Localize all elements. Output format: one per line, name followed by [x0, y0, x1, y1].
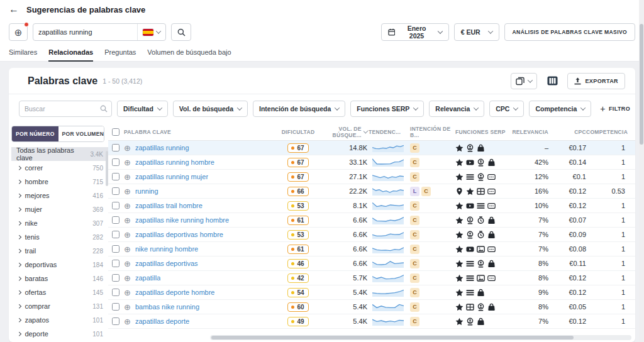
- keyword-link[interactable]: zapatillas deporte: [135, 317, 189, 325]
- keyword-search-input[interactable]: [33, 28, 137, 36]
- add-keyword-icon[interactable]: ⊕: [124, 231, 131, 239]
- keyword-link[interactable]: zapatillas running: [135, 144, 189, 152]
- view-mode-button[interactable]: [511, 73, 537, 89]
- window-scrollbar[interactable]: [639, 0, 644, 342]
- date-selector[interactable]: Enero 2025: [381, 23, 449, 41]
- bulk-analysis-button[interactable]: ANÁLISIS DE PALABRAS CLAVE MASIVO: [504, 23, 635, 41]
- add-keyword-icon[interactable]: ⊕: [124, 216, 131, 224]
- row-checkbox[interactable]: [112, 231, 119, 238]
- toggle-by-number[interactable]: POR NÚMERO: [12, 126, 58, 141]
- sidebar-item-baratas[interactable]: baratas146: [11, 272, 108, 285]
- search-icon: [177, 28, 186, 36]
- tab-volumen-de-b-squeda-bajo[interactable]: Volumen de búsqueda bajo: [147, 45, 231, 61]
- serp-features-cell: [454, 303, 512, 311]
- tab-relacionadas[interactable]: Relacionadas: [48, 45, 93, 62]
- row-checkbox[interactable]: [112, 274, 119, 282]
- add-keyword-icon[interactable]: ⊕: [124, 303, 131, 311]
- filter-chip-competencia[interactable]: Competencia: [529, 101, 591, 117]
- filter-chip-vol-de-b-squeda[interactable]: Vol. de búsqueda: [173, 101, 248, 117]
- video-icon: [466, 158, 474, 167]
- trend-sparkline: [372, 142, 404, 153]
- group-label: zapatos: [25, 316, 50, 324]
- keyword-link[interactable]: zapatillas trail hombre: [135, 202, 203, 209]
- filter-chip-funciones-serp[interactable]: Funciones SERP: [350, 101, 424, 117]
- row-checkbox[interactable]: [112, 289, 119, 296]
- keyword-link[interactable]: zapatillas deportivas: [135, 260, 198, 267]
- keyword-link[interactable]: zapatillas nike running hombre: [135, 216, 229, 224]
- sidebar-item-nike[interactable]: nike307: [11, 216, 108, 230]
- keyword-link[interactable]: zapatillas running mujer: [135, 173, 208, 180]
- add-keyword-icon[interactable]: ⊕: [124, 289, 131, 297]
- window-scrollbar-thumb[interactable]: [640, 24, 643, 145]
- sidebar-item-all-keywords[interactable]: Todas las palabras clave3.4K: [11, 147, 108, 161]
- sidebar-item-mujer[interactable]: mujer369: [11, 202, 108, 216]
- row-checkbox[interactable]: [112, 144, 119, 152]
- sidebar-item-ofertas[interactable]: ofertas145: [11, 285, 108, 299]
- add-filter-button[interactable]: + FILTRO: [600, 104, 630, 114]
- row-checkbox[interactable]: [112, 216, 119, 224]
- search-button[interactable]: [171, 23, 191, 41]
- add-keywords-button[interactable]: ⊕: [9, 23, 28, 41]
- keyword-link[interactable]: nike running hombre: [135, 245, 198, 253]
- add-keyword-icon[interactable]: ⊕: [124, 245, 131, 253]
- tab-similares[interactable]: Similares: [9, 45, 37, 61]
- sidebar-item-comprar[interactable]: comprar131: [11, 299, 108, 313]
- column-header-vol-de-b-sque[interactable]: VOL. DE BÚSQUE...: [316, 126, 367, 138]
- manage-columns-button[interactable]: [543, 73, 561, 89]
- row-checkbox[interactable]: [112, 202, 119, 209]
- row-checkbox[interactable]: [112, 173, 119, 180]
- group-count: 101: [92, 317, 103, 324]
- filter-chip-cpc[interactable]: CPC: [489, 101, 524, 117]
- sidebar-item-deportivas[interactable]: deportivas184: [11, 258, 108, 272]
- add-keyword-icon[interactable]: ⊕: [124, 144, 131, 152]
- sidebar-item-zapatos[interactable]: zapatos101: [11, 313, 108, 327]
- intent-badge-c: C: [410, 302, 419, 312]
- keyword-link[interactable]: zapatilla: [135, 274, 160, 282]
- table-row: ⊕zapatilla425.7KC8%€0.121: [108, 271, 635, 285]
- group-count: 307: [92, 220, 103, 227]
- sidebar-item-hombre[interactable]: hombre715: [11, 175, 108, 189]
- row-checkbox[interactable]: [112, 187, 119, 195]
- row-checkbox[interactable]: [112, 245, 119, 253]
- back-button[interactable]: ←: [9, 4, 19, 14]
- keyword-link[interactable]: zapatillas deportivas hombre: [135, 231, 223, 238]
- select-all-checkbox[interactable]: [112, 128, 119, 136]
- add-keyword-icon[interactable]: ⊕: [124, 187, 131, 196]
- add-keyword-icon[interactable]: ⊕: [124, 202, 131, 210]
- export-button[interactable]: EXPORTAR: [567, 73, 625, 89]
- table-search-input[interactable]: [19, 101, 112, 117]
- horizontal-scrollbar-thumb[interactable]: [211, 336, 574, 339]
- keyword-link[interactable]: running: [135, 187, 158, 195]
- knowledge-panel-icon: [477, 158, 485, 167]
- row-checkbox[interactable]: [112, 303, 119, 311]
- trend-sparkline: [372, 258, 404, 269]
- sidebar-item-mejores[interactable]: mejores416: [11, 189, 108, 202]
- horizontal-scrollbar[interactable]: [210, 335, 631, 340]
- difficulty-value: 60: [297, 304, 304, 311]
- cpc-cell: €0.11: [548, 260, 586, 267]
- toggle-by-volume[interactable]: POR VOLUMEN: [58, 126, 104, 141]
- sidebar-item-correr[interactable]: correr750: [11, 161, 108, 175]
- filter-chip-relevancia[interactable]: Relevancia: [429, 101, 484, 117]
- keyword-link[interactable]: bambas nike running: [135, 303, 199, 311]
- row-checkbox[interactable]: [112, 158, 119, 166]
- add-keyword-icon[interactable]: ⊕: [124, 317, 131, 326]
- sidebar-item-deporte[interactable]: deporte101: [11, 327, 108, 341]
- tab-preguntas[interactable]: Preguntas: [104, 45, 136, 61]
- filter-chip-intenci-n-de-b-squeda[interactable]: Intención de búsqueda: [253, 101, 345, 117]
- group-label: comprar: [25, 302, 50, 310]
- intent-badge-c: C: [410, 201, 419, 211]
- add-keyword-icon[interactable]: ⊕: [124, 158, 131, 167]
- sidebar-item-tenis[interactable]: tenis282: [11, 230, 108, 244]
- add-keyword-icon[interactable]: ⊕: [124, 173, 131, 181]
- keyword-link[interactable]: zapatillas deporte hombre: [135, 289, 215, 296]
- currency-selector[interactable]: € EUR: [454, 23, 499, 41]
- filter-chip-dificultad[interactable]: Dificultad: [117, 101, 168, 117]
- keyword-link[interactable]: zapatillas running hombre: [135, 158, 214, 166]
- add-keyword-icon[interactable]: ⊕: [124, 260, 131, 268]
- sidebar-item-trail[interactable]: trail228: [11, 244, 108, 258]
- country-selector[interactable]: [137, 24, 165, 40]
- row-checkbox[interactable]: [112, 260, 119, 267]
- add-keyword-icon[interactable]: ⊕: [124, 274, 131, 282]
- row-checkbox[interactable]: [112, 317, 119, 325]
